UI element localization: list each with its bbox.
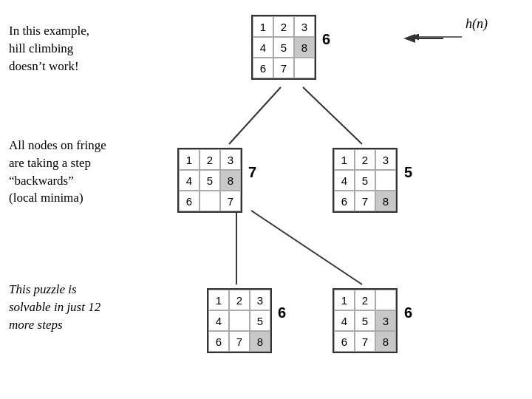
cell: 2 <box>229 290 250 310</box>
cell <box>294 58 315 78</box>
cell: 6 <box>334 191 355 211</box>
cell: 4 <box>179 170 200 191</box>
cell: 7 <box>229 331 250 352</box>
text-block-2: All nodes on fringeare taking a step“bac… <box>9 137 153 207</box>
cell: 1 <box>334 290 355 310</box>
puzzle-bot-left: 12345678 <box>207 288 272 353</box>
text-block-1-content: In this example,hill climbingdoesn’t wor… <box>9 24 89 73</box>
cell: 8 <box>294 37 315 58</box>
cell: 5 <box>355 170 375 191</box>
hn-label-text: h(n) <box>466 16 488 31</box>
svg-line-3 <box>251 211 362 284</box>
text-block-2-content: All nodes on fringeare taking a step“bac… <box>9 138 106 205</box>
cell: 8 <box>220 170 241 191</box>
cell: 1 <box>208 290 229 310</box>
cell: 3 <box>375 310 396 331</box>
cell: 8 <box>250 331 270 352</box>
cell: 1 <box>334 149 355 170</box>
cell: 8 <box>375 191 396 211</box>
cell: 3 <box>294 16 315 37</box>
cell: 3 <box>375 149 396 170</box>
cell: 6 <box>208 331 229 352</box>
cell <box>200 191 220 211</box>
hval-bot-left: 6 <box>278 304 286 321</box>
cell <box>229 310 250 331</box>
puzzle-mid-left: 12345867 <box>177 148 242 213</box>
page-container: In this example,hill climbingdoesn’t wor… <box>0 0 532 399</box>
cell <box>375 290 396 310</box>
cell: 1 <box>179 149 200 170</box>
cell: 4 <box>253 37 273 58</box>
hval-bot-right: 6 <box>404 304 412 321</box>
cell: 4 <box>334 310 355 331</box>
cell <box>375 170 396 191</box>
text-block-1: In this example,hill climbingdoesn’t wor… <box>9 22 149 75</box>
cell: 7 <box>220 191 241 211</box>
cell: 6 <box>179 191 200 211</box>
cell: 5 <box>355 310 375 331</box>
cell: 1 <box>253 16 273 37</box>
hn-label: h(n) <box>466 16 488 32</box>
puzzle-mid-right: 12345678 <box>332 148 398 213</box>
hval-mid-left: 7 <box>248 164 256 181</box>
cell: 5 <box>273 37 294 58</box>
cell: 8 <box>375 331 396 352</box>
cell: 5 <box>250 310 270 331</box>
cell: 3 <box>250 290 270 310</box>
cell: 2 <box>200 149 220 170</box>
cell: 7 <box>355 191 375 211</box>
cell: 6 <box>253 58 273 78</box>
cell: 7 <box>273 58 294 78</box>
text-block-3: This puzzle issolvable in just 12more st… <box>9 281 153 333</box>
cell: 3 <box>220 149 241 170</box>
cell: 4 <box>208 310 229 331</box>
hval-mid-right: 5 <box>404 164 412 181</box>
text-block-3-content: This puzzle issolvable in just 12more st… <box>9 282 100 332</box>
cell: 7 <box>355 331 375 352</box>
cell: 4 <box>334 170 355 191</box>
cell: 2 <box>355 149 375 170</box>
svg-line-0 <box>229 87 281 144</box>
svg-line-1 <box>303 87 362 144</box>
cell: 6 <box>334 331 355 352</box>
cell: 2 <box>273 16 294 37</box>
cell: 5 <box>200 170 220 191</box>
hval-top: 6 <box>322 31 330 48</box>
puzzle-top: 12345867 <box>251 15 316 80</box>
puzzle-bot-right: 12453678 <box>332 288 398 353</box>
cell: 2 <box>355 290 375 310</box>
